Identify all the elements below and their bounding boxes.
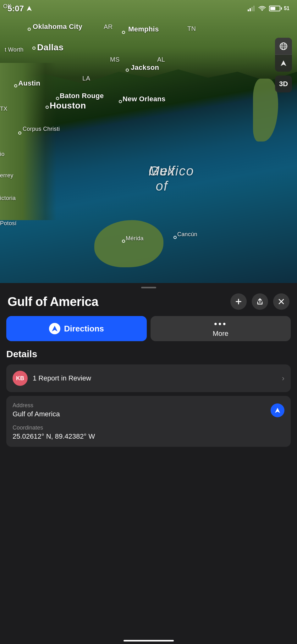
more-dots: •••: [214, 319, 227, 328]
address-label: Address: [13, 402, 271, 409]
address-card: Address Gulf of America Coordinates 25.0…: [6, 396, 291, 447]
map-controls-container: 3D: [275, 38, 292, 92]
status-time: 5:07: [8, 4, 32, 14]
directions-label: Directions: [64, 324, 104, 334]
svg-marker-15: [275, 408, 280, 413]
battery-body: [269, 6, 280, 11]
header-action-buttons: [230, 293, 289, 310]
signal-icon: [248, 6, 255, 11]
city-dot-new-orleans: [119, 100, 122, 103]
sheet-handle-bar: [141, 287, 156, 288]
city-dot-cancun: [173, 236, 177, 239]
more-label: More: [213, 330, 228, 338]
coordinates-label: Coordinates: [13, 425, 271, 431]
status-icons: 51: [248, 6, 289, 11]
address-value: Gulf of America: [13, 410, 271, 418]
globe-view-button[interactable]: [275, 38, 292, 55]
close-button[interactable]: [273, 293, 289, 310]
address-row: Address Gulf of America Coordinates 25.0…: [13, 402, 284, 441]
more-button[interactable]: ••• More: [151, 316, 291, 341]
status-bar: 5:07 51: [0, 0, 297, 17]
share-button[interactable]: [252, 293, 268, 310]
city-dot-jackson: [126, 69, 129, 72]
globe-icon: [279, 42, 288, 51]
3d-toggle-button[interactable]: 3D: [275, 75, 292, 92]
chevron-right-icon: ›: [282, 374, 284, 383]
directions-icon-circle: [49, 323, 60, 334]
details-section: Details KB 1 Report in Review › Address …: [0, 349, 297, 447]
address-directions-icon: [274, 407, 281, 414]
sheet-header: Gulf of America: [0, 291, 297, 316]
svg-rect-9: [251, 7, 253, 11]
city-dot-houston: [46, 106, 49, 109]
report-row[interactable]: KB 1 Report in Review ›: [6, 364, 291, 392]
report-text: 1 Report in Review: [33, 374, 277, 382]
share-icon: [256, 298, 263, 305]
location-button[interactable]: [275, 55, 292, 72]
report-card[interactable]: KB 1 Report in Review ›: [6, 364, 291, 392]
svg-marker-5: [281, 60, 286, 66]
wifi-icon: [258, 6, 266, 11]
directions-arrow-icon: [51, 325, 58, 332]
report-avatar: KB: [13, 371, 28, 386]
svg-marker-14: [52, 326, 58, 331]
coordinates-value: 25.02612° N, 89.42382° W: [13, 432, 271, 441]
city-dot-merida: [122, 240, 125, 243]
map-view[interactable]: Oklahoma City AR Memphis TN Dallas t Wor…: [0, 0, 297, 283]
svg-marker-6: [27, 6, 32, 11]
bottom-sheet: Gulf of America: [0, 283, 297, 644]
svg-rect-10: [253, 6, 255, 11]
add-button[interactable]: [230, 293, 247, 310]
svg-rect-13: [236, 301, 241, 302]
address-share-button[interactable]: [271, 403, 284, 417]
city-dot-fort-worth: [32, 47, 36, 50]
action-buttons-row: Directions ••• More: [0, 316, 297, 349]
home-indicator: [124, 640, 174, 641]
details-heading: Details: [6, 349, 291, 359]
battery-fill: [270, 7, 275, 10]
navigation-icon: [280, 59, 287, 67]
time-display: 5:07: [8, 4, 24, 14]
directions-button[interactable]: Directions: [6, 316, 147, 341]
battery-percent: 51: [284, 6, 289, 11]
sheet-handle: [0, 283, 297, 291]
plus-icon: [235, 298, 242, 305]
svg-point-11: [261, 10, 263, 11]
city-dot-oklahoma: [28, 28, 31, 31]
battery-tip: [281, 7, 282, 10]
map-view-toggle-group: [275, 38, 292, 72]
close-icon: [278, 298, 284, 305]
svg-rect-7: [248, 9, 249, 11]
address-content: Address Gulf of America Coordinates 25.0…: [13, 402, 271, 441]
city-dot-baton-rouge: [56, 97, 59, 100]
location-arrow-icon: [26, 6, 32, 11]
place-title: Gulf of America: [8, 295, 98, 309]
battery-container: 51: [269, 6, 289, 11]
svg-rect-8: [250, 8, 251, 11]
land-west: [0, 63, 57, 220]
city-dot-austin: [14, 84, 17, 87]
3d-label: 3D: [279, 80, 288, 88]
city-dot-corpus: [18, 131, 21, 135]
city-dot-memphis: [122, 31, 125, 34]
